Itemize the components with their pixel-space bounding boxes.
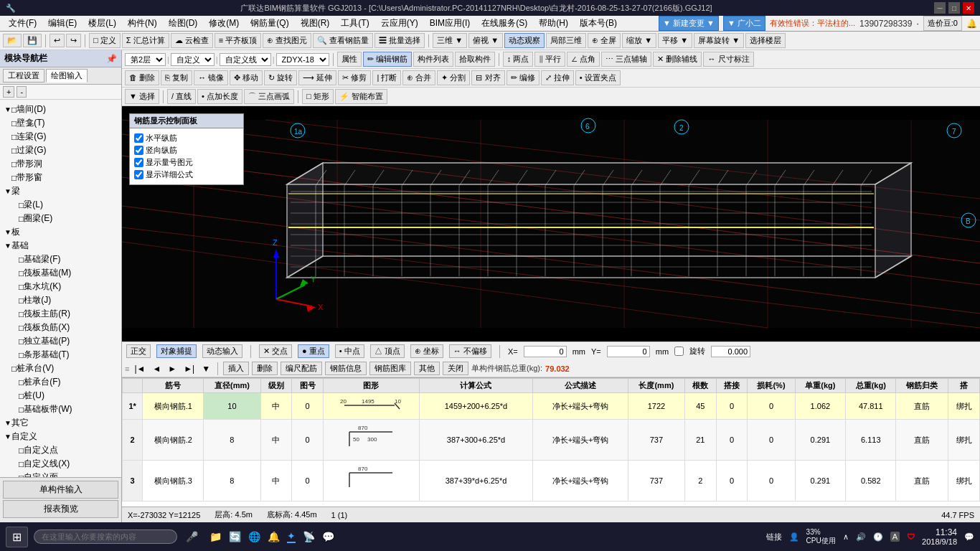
cloud-check-button[interactable]: ☁ 云检查 xyxy=(171,33,213,48)
attr-button[interactable]: 属性 xyxy=(337,52,362,67)
tree-item-raft-main[interactable]: □ 筏板主筋(R) xyxy=(1,307,120,321)
menu-file[interactable]: 文件(F) xyxy=(3,16,42,31)
tree-item-connect-beam[interactable]: □ 连梁(G) xyxy=(1,130,120,143)
notification-icon[interactable]: 💬 xyxy=(964,532,974,542)
move-button[interactable]: ✥ 移动 xyxy=(230,70,263,85)
single-part-input-button[interactable]: 单构件输入 xyxy=(3,481,118,499)
viewport[interactable]: Z Y X 1a 6 2 xyxy=(122,106,980,342)
view-rebar-button[interactable]: 🔍 查看钢筋量 xyxy=(313,33,373,48)
tab-draw-input[interactable]: 绘图输入 xyxy=(46,69,88,83)
checkbox-show-qty[interactable]: 显示量号图元 xyxy=(134,157,239,168)
break-button[interactable]: | 打断 xyxy=(372,70,401,85)
taskbar-apps-icon[interactable]: 🔄 xyxy=(229,531,241,542)
tree-item-custom-point[interactable]: □ 自定义点 xyxy=(1,443,120,457)
del-axis-button[interactable]: ✕ 删除辅线 xyxy=(653,52,702,67)
rotate-input[interactable] xyxy=(711,346,750,357)
menu-online[interactable]: 在线服务(S) xyxy=(476,16,533,31)
th-total-weight[interactable]: 总重(kg) xyxy=(846,379,896,393)
menu-bim[interactable]: BIM应用(I) xyxy=(424,16,476,31)
tree-item-niche[interactable]: □ 壁龛(T) xyxy=(1,116,120,130)
menu-edit[interactable]: 编辑(E) xyxy=(42,16,83,31)
extend-button[interactable]: ⟶ 延伸 xyxy=(298,70,336,85)
tree-item-pile-cap-f[interactable]: □ 桩承台(F) xyxy=(1,375,120,389)
config-rebar-button[interactable]: 编尺配筋 xyxy=(281,362,322,375)
th-diameter[interactable]: 直径(mm) xyxy=(204,379,260,393)
menu-help[interactable]: 帮助(H) xyxy=(533,16,574,31)
tree-item-strip-hole[interactable]: □ 带形洞 xyxy=(1,157,120,171)
y-input[interactable] xyxy=(607,346,650,357)
th-length[interactable]: 长度(mm) xyxy=(628,379,684,393)
new-change-button[interactable]: ▼ 新建变更 ▼ xyxy=(659,16,719,31)
dynamic-obs-button[interactable]: 动态观察 xyxy=(504,33,545,48)
sum-calc-button[interactable]: Σ 汇总计算 xyxy=(122,33,169,48)
pan-button[interactable]: 平移 ▼ xyxy=(658,33,692,48)
maximize-button[interactable]: □ xyxy=(948,2,960,14)
up-arrow-icon[interactable]: ∧ xyxy=(843,532,849,542)
checkbox-horizontal-input[interactable] xyxy=(134,133,143,143)
th-splice[interactable]: 搭接 xyxy=(716,379,748,393)
close-button[interactable]: ✕ xyxy=(963,2,974,14)
split-button[interactable]: ✦ 分割 xyxy=(437,70,470,85)
th-loss[interactable]: 损耗(%) xyxy=(748,379,795,393)
set-pts-button[interactable]: • 设置夹点 xyxy=(575,70,621,85)
part-list-button[interactable]: 构件列表 xyxy=(413,52,453,67)
th-formula-desc[interactable]: 公式描述 xyxy=(533,379,628,393)
tree-item-over-beam[interactable]: □ 过梁(G) xyxy=(1,143,120,157)
two-points-button[interactable]: ↕ 两点 xyxy=(503,52,534,67)
tree-item-raft-neg[interactable]: □ 筏板负筋(X) xyxy=(1,321,120,334)
tree-item-col-pier[interactable]: □ 柱墩(J) xyxy=(1,293,120,307)
find-element-button[interactable]: ⊕ 查找图元 xyxy=(263,33,311,48)
select-floor-button[interactable]: 选择楼层 xyxy=(745,33,786,48)
custom-line-select[interactable]: 自定义线 xyxy=(220,53,271,66)
th-fig-num[interactable]: 图号 xyxy=(292,379,324,393)
edit2-button[interactable]: ✏ 编修 xyxy=(507,70,540,85)
menu-version[interactable]: 版本号(B) xyxy=(574,16,623,31)
tree-item-custom-face[interactable]: □ 自定义面 xyxy=(1,471,120,477)
pick-part-button[interactable]: 拾取构件 xyxy=(455,52,495,67)
delete-button[interactable]: 🗑 删除 xyxy=(125,70,159,85)
menu-tools[interactable]: 工具(T) xyxy=(335,16,374,31)
batch-select-button[interactable]: ☰ 批量选择 xyxy=(374,33,425,48)
three-arc-button[interactable]: ⌒ 三点画弧 xyxy=(244,89,294,104)
th-grade[interactable]: 级别 xyxy=(260,379,292,393)
tree-area[interactable]: ▼□ 墙间(D) □ 壁龛(T) □ 连梁(G) □ 过梁(G) □ 带形洞 □… xyxy=(0,100,121,477)
trim-button[interactable]: ✂ 修剪 xyxy=(338,70,371,85)
nav-prev-button[interactable]: ◄ xyxy=(150,363,163,375)
tree-item-pit[interactable]: □ 集水坑(K) xyxy=(1,280,120,293)
floor-select[interactable]: 第2层 xyxy=(125,53,166,66)
open-button[interactable]: 📂 xyxy=(3,34,22,47)
data-table-wrapper[interactable]: 筋号 直径(mm) 级别 图号 图形 计算公式 公式描述 长度(mm) 根数 搭… xyxy=(122,377,980,507)
menu-draw[interactable]: 绘图(D) xyxy=(163,16,204,31)
coord-button[interactable]: ⊕ 坐标 xyxy=(410,344,443,358)
checkbox-show-qty-input[interactable] xyxy=(134,158,143,167)
th-unit-weight[interactable]: 单重(kg) xyxy=(795,379,845,393)
copy-button[interactable]: ⎘ 复制 xyxy=(161,70,192,85)
three-axis-button[interactable]: ⋯ 三点辅轴 xyxy=(601,52,651,67)
tree-item-custom-line[interactable]: □ 自定义线(X) xyxy=(1,457,120,471)
tree-item-raft-found[interactable]: □ 筏板基础(M) xyxy=(1,266,120,280)
close-table-button[interactable]: 关闭 xyxy=(443,362,468,375)
table-row[interactable]: 3 横向钢筋.3 8 中 0 870 xyxy=(123,461,980,501)
undo-button[interactable]: ↩ xyxy=(50,34,65,47)
tab-project-settings[interactable]: 工程设置 xyxy=(3,69,44,83)
tree-item-pile[interactable]: □ 桩(U) xyxy=(1,389,120,402)
tree-item-pile-cap[interactable]: □ 桩承台(V) xyxy=(1,362,120,375)
tree-item-custom-group[interactable]: ▼ 自定义 xyxy=(1,430,120,443)
angle-button[interactable]: ∠ 点角 xyxy=(567,52,600,67)
local-3d-button[interactable]: 局部三维 xyxy=(546,33,586,48)
th-count[interactable]: 根数 xyxy=(685,379,717,393)
midpoint-button[interactable]: ● 重点 xyxy=(298,344,329,358)
taskbar-browser-icon[interactable]: 🌐 xyxy=(248,531,260,542)
minus-icon[interactable]: - xyxy=(17,86,27,98)
table-row[interactable]: 2 横向钢筋.2 8 中 0 50 300 xyxy=(123,420,980,461)
menu-part[interactable]: 构件(N) xyxy=(122,16,163,31)
start-button[interactable]: ⊞ xyxy=(6,527,28,547)
edit-rebar-button[interactable]: ✏ 编辑钢筋 xyxy=(363,52,412,67)
redo-button[interactable]: ↪ xyxy=(66,34,81,47)
th-figure[interactable]: 图形 xyxy=(323,379,419,393)
report-preview-button[interactable]: 报表预览 xyxy=(3,500,118,518)
checkbox-vertical[interactable]: 竖向纵筋 xyxy=(134,145,239,156)
tree-item-wall[interactable]: ▼□ 墙间(D) xyxy=(1,103,120,116)
checkbox-show-formula-input[interactable] xyxy=(134,170,143,179)
tree-item-strip-found[interactable]: □ 条形基础(T) xyxy=(1,348,120,362)
